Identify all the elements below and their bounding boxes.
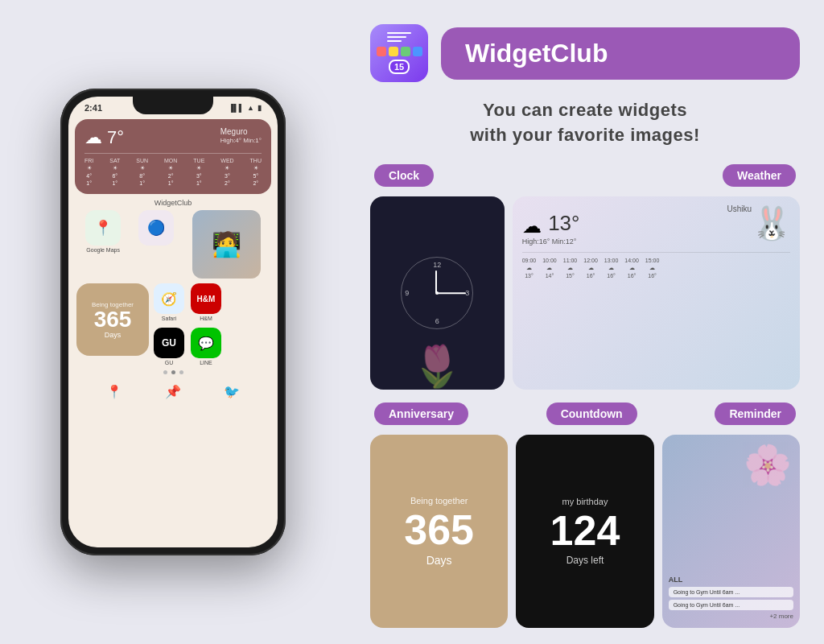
dock-icon-1[interactable]: 📍 — [102, 379, 126, 403]
weather-preview-location: Ushiku — [727, 204, 752, 213]
gu-app[interactable]: GU GU — [154, 328, 184, 365]
clock-minute-hand — [437, 292, 466, 294]
cd-number: 124 — [550, 510, 620, 551]
logo-lines — [387, 32, 411, 42]
forecast-day-sun: SUN ☀ 8° 1° — [136, 158, 148, 186]
forecast-day-tue: TUE ☀ 3° 1° — [193, 158, 204, 186]
forecast-day-wed: WED ☀ 3° 2° — [220, 158, 233, 186]
forecast-p-6: 14:00 ☁ 16° — [624, 258, 639, 279]
reminder-items: ALL Going to Gym Until 6am ... Going to … — [669, 576, 793, 620]
app-logo: 15 — [370, 24, 428, 82]
phone-weather-location: Meguro — [220, 127, 262, 136]
anniversary-widget-preview: Being together 365 Days — [370, 435, 508, 628]
maps-label: Google Maps — [86, 247, 120, 253]
clock-center-dot — [435, 291, 439, 295]
dock-icon-2[interactable]: 📌 — [161, 379, 185, 403]
weather-widget-preview: 🐰 Ushiku ☁ 13° High:16° Min:12° 09:00 ☁ … — [513, 196, 800, 390]
clock-widget-preview: 12 3 6 9 🌷 — [370, 196, 505, 390]
app-header: 15 WidgetClub — [370, 24, 800, 82]
forecast-day-fri: FRI ☀ 4° 1° — [84, 158, 93, 186]
phone-weather-widget: ☁ 7° Meguro High:4° Min:1° FRI ☀ 4° — [75, 119, 271, 194]
forecast-p-2: 10:00 ☁ 14° — [542, 258, 557, 279]
forecast-p-1: 09:00 ☁ 13° — [522, 258, 537, 279]
category-anniversary[interactable]: Anniversary — [374, 402, 468, 425]
weather-preview-cloud-icon: ☁ — [522, 215, 542, 237]
categories-row-2: Anniversary Countdown Reminder — [370, 402, 800, 425]
forecast-day-sat: SAT ☀ 6° 1° — [109, 158, 120, 186]
bottom-dock: 📍 📌 🐦 — [68, 379, 278, 403]
bunny-decoration: 🐰 — [752, 204, 792, 242]
together-unit: Days — [105, 331, 122, 339]
category-weather[interactable]: Weather — [723, 164, 796, 187]
logo-dot-red — [377, 47, 386, 56]
forecast-day-thu: THU ☀ 5° 2° — [250, 158, 262, 186]
category-clock[interactable]: Clock — [374, 164, 434, 187]
wifi-icon: ▲ — [247, 104, 254, 112]
unknown-icon: 🔵 — [138, 210, 174, 246]
reminder-item-1: Going to Gym Until 6am ... — [669, 587, 793, 597]
reminder-widget-preview: 🌸 ALL Going to Gym Until 6am ... Going t… — [662, 435, 800, 628]
phone-weather-forecast: FRI ☀ 4° 1° SAT ☀ 6° 1° SUN ☀ 8° — [84, 153, 262, 186]
hm-app[interactable]: H&M H&M — [191, 283, 221, 321]
logo-dot-yellow — [389, 47, 398, 56]
weather-preview-minmax: High:16° Min:12° — [522, 237, 790, 246]
logo-line-1 — [387, 32, 411, 34]
dot-3 — [179, 370, 183, 374]
ann-number: 365 — [404, 509, 474, 551]
logo-dot-green — [401, 47, 410, 56]
right-apps: 🧭 Safari H&M H&M GU GU — [154, 283, 221, 365]
unknown-app[interactable]: 🔵 — [138, 210, 174, 279]
forecast-p-7: 15:00 ☁ 16° — [645, 258, 660, 279]
clock-num-12: 12 — [433, 261, 441, 269]
clock-num-6: 6 — [435, 317, 439, 325]
logo-dot-blue — [413, 47, 422, 56]
widgets-row-1: 12 3 6 9 🌷 🐰 Ushiku ☁ 13° High:16° Min:1 — [370, 196, 800, 390]
battery-icon: ▮ — [258, 104, 262, 112]
safari-label: Safari — [162, 316, 176, 321]
logo-dots — [377, 47, 422, 56]
forecast-p-5: 13:00 ☁ 16° — [604, 258, 619, 279]
app-row-1: 📍 Google Maps 🔵 🧑‍💻 — [68, 210, 278, 279]
app-name-header: WidgetClub — [441, 27, 800, 80]
weather-preview-temp: 13° — [548, 211, 579, 235]
reminder-item-2: Going to Gym Until 6am ... — [669, 600, 793, 610]
maps-icon: 📍 — [85, 210, 121, 246]
clock-face-container: 12 3 6 9 — [401, 257, 473, 329]
cd-unit: Days left — [566, 555, 604, 566]
phone-notch — [133, 97, 213, 114]
phone-weather-minmax: High:4° Min:1° — [220, 137, 262, 144]
phone-weather-temp: 7° — [107, 127, 124, 148]
right-panel: 15 WidgetClub You can create widgets wit… — [346, 0, 824, 644]
category-countdown[interactable]: Countdown — [546, 402, 637, 425]
forecast-p-3: 11:00 ☁ 15° — [563, 258, 578, 279]
phone-device: 2:41 ▐▌▌ ▲ ▮ ☁ 7° Meguro — [60, 89, 286, 555]
dock-icon-3[interactable]: 🐦 — [220, 379, 244, 403]
page-dots — [68, 370, 278, 374]
clock-num-3: 3 — [465, 289, 469, 297]
gu-label: GU — [165, 360, 174, 365]
maps-app[interactable]: 📍 Google Maps — [85, 210, 121, 279]
photo-widget: 🧑‍💻 — [192, 210, 261, 279]
gu-icon: GU — [154, 328, 184, 358]
together-number: 365 — [94, 308, 132, 331]
safari-app[interactable]: 🧭 Safari — [154, 283, 184, 321]
tagline-line2: with your favorite images! — [370, 123, 800, 148]
status-time: 2:41 — [84, 103, 102, 113]
clock-num-9: 9 — [405, 289, 409, 297]
line-app[interactable]: 💬 LINE — [191, 328, 221, 365]
logo-line-3 — [387, 40, 402, 42]
together-widget: Being together 365 Days — [76, 283, 149, 356]
clock-hour-hand — [435, 270, 437, 293]
ann-unit: Days — [426, 554, 452, 567]
person-photo: 🧑‍💻 — [212, 230, 241, 258]
mixed-row: Being together 365 Days 🧭 Safari H&M H&M — [68, 283, 278, 365]
tagline-line1: You can create widgets — [370, 98, 800, 123]
status-icons: ▐▌▌ ▲ ▮ — [229, 104, 262, 112]
tagline-area: You can create widgets with your favorit… — [370, 98, 800, 148]
logo-line-2 — [387, 36, 406, 38]
category-reminder[interactable]: Reminder — [715, 402, 796, 425]
dot-2 — [171, 370, 175, 374]
safari-icon: 🧭 — [154, 283, 184, 314]
forecast-p-4: 12:00 ☁ 16° — [583, 258, 598, 279]
ann-label: Being together — [410, 496, 468, 506]
